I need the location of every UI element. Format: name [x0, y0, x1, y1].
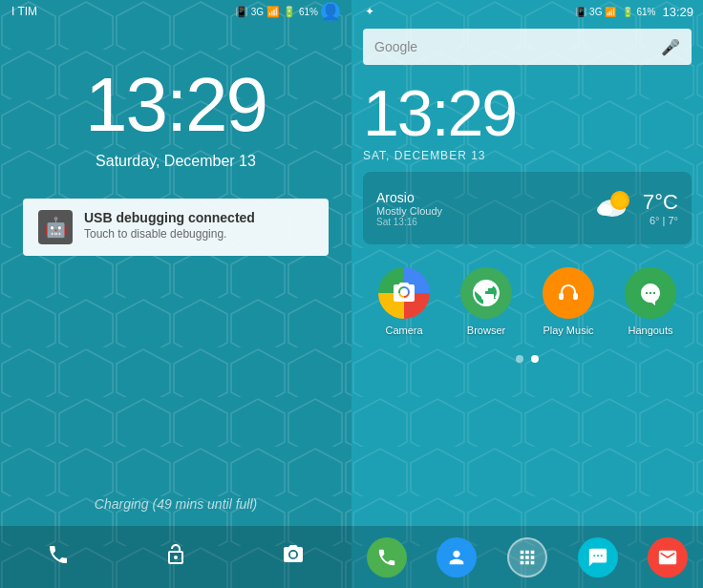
svg-point-1 — [597, 204, 612, 216]
app-item-browser[interactable]: Browser — [460, 267, 512, 336]
lock-unlock-icon[interactable] — [164, 543, 187, 572]
svg-point-5 — [555, 280, 582, 306]
notif-title: USB debugging connected — [84, 210, 313, 225]
search-bar[interactable]: Google 🎤 — [363, 29, 692, 65]
nav-phone[interactable] — [367, 537, 407, 578]
hangouts-label: Hangouts — [628, 325, 672, 336]
dot-2[interactable] — [531, 355, 539, 363]
lock-screen: I TIM 📳 3G 📶 🔋 61% 👤 13:29 Saturday, Dec… — [0, 0, 352, 588]
app-item-music[interactable]: Play Music — [543, 267, 594, 336]
app-item-camera[interactable]: Camera — [378, 267, 430, 336]
home-time-display: 13:29 — [662, 5, 693, 19]
phone-icon-circle — [367, 537, 407, 578]
page-dots — [363, 355, 692, 363]
nav-contacts[interactable] — [437, 537, 477, 578]
battery-icon: 🔋 — [283, 6, 296, 18]
app-item-hangouts[interactable]: Hangouts — [625, 267, 676, 336]
weather-icon — [587, 181, 633, 235]
browser-label: Browser — [467, 325, 505, 336]
home-status-bar: ✦ 📳 3G 📶 🔋 61% 13:29 — [352, 0, 703, 23]
mic-icon[interactable]: 🎤 — [661, 38, 680, 56]
nav-messages[interactable] — [578, 537, 618, 578]
weather-desc: Mostly Cloudy — [376, 205, 578, 217]
notif-icon: 🤖 — [38, 210, 73, 244]
weather-location: Arosio Mostly Cloudy Sat 13:16 — [376, 190, 578, 227]
apps-icon-circle — [507, 537, 547, 578]
home-battery-pct: 61% — [636, 7, 655, 17]
home-bottom-bar — [352, 526, 703, 588]
messages-icon-circle — [578, 537, 618, 578]
camera-icon — [378, 267, 430, 319]
music-label: Play Music — [543, 325, 593, 336]
notif-subtitle: Touch to disable debugging. — [84, 227, 313, 241]
weather-temp-range: 6° | 7° — [643, 215, 678, 226]
svg-rect-6 — [559, 293, 564, 300]
lock-status-bar: I TIM 📳 3G 📶 🔋 61% 👤 — [0, 0, 352, 23]
weather-temp: 7°C 6° | 7° — [643, 190, 678, 226]
lock-phone-icon[interactable] — [47, 543, 70, 572]
svg-point-3 — [613, 194, 627, 207]
gmail-icon-circle — [648, 537, 688, 578]
hangouts-icon — [625, 267, 676, 319]
home-network-label: 3G — [589, 7, 602, 17]
weather-city: Arosio — [376, 190, 578, 205]
network-icon: 3G — [251, 7, 264, 17]
home-signal-icon: 📶 — [605, 7, 616, 17]
home-date: SAT, DECEMBER 13 — [363, 149, 692, 162]
nav-gmail[interactable] — [648, 537, 688, 578]
home-content: 13:29 SAT, DECEMBER 13 Arosio Mostly Clo… — [352, 71, 703, 526]
vibrate-icon: 📳 — [235, 6, 248, 18]
app-grid: Camera Browser — [363, 267, 692, 336]
home-status-icons: 📳 3G 📶 🔋 61% 13:29 — [575, 5, 693, 19]
weather-widget[interactable]: Arosio Mostly Cloudy Sat 13:16 7°C 6° | … — [363, 172, 692, 244]
signal-icon: 📶 — [266, 6, 280, 18]
battery-pct: 61% — [299, 7, 318, 17]
search-placeholder: Google — [374, 39, 661, 54]
weather-time: Sat 13:16 — [376, 217, 578, 227]
home-screen: ✦ 📳 3G 📶 🔋 61% 13:29 Google 🎤 13:29 SAT,… — [352, 0, 703, 588]
lock-time: 13:29 — [85, 61, 266, 149]
lock-date: Saturday, December 13 — [96, 153, 256, 170]
lock-bottom-bar — [0, 526, 352, 588]
notification-card[interactable]: 🤖 USB debugging connected Touch to disab… — [23, 199, 329, 256]
camera-label: Camera — [385, 325, 422, 336]
cyanogen-logo: ✦ — [365, 5, 374, 18]
home-clock: 13:29 — [363, 80, 692, 145]
music-icon — [543, 267, 594, 319]
avatar-icon: 👤 — [321, 2, 340, 21]
charging-text: Charging (49 mins until full) — [95, 496, 257, 512]
notif-content: USB debugging connected Touch to disable… — [84, 210, 313, 241]
weather-temp-main: 7°C — [643, 190, 678, 215]
contacts-icon-circle — [437, 537, 477, 578]
nav-apps[interactable] — [507, 537, 547, 578]
home-vibrate-icon: 📳 — [575, 7, 586, 17]
carrier-text: I TIM — [11, 5, 37, 18]
svg-rect-7 — [573, 293, 578, 300]
lock-status-icons: 📳 3G 📶 🔋 61% 👤 — [235, 2, 340, 21]
browser-icon — [460, 267, 512, 319]
dot-1[interactable] — [516, 355, 523, 363]
home-battery-icon: 🔋 — [622, 7, 633, 17]
lock-camera-icon[interactable] — [282, 543, 305, 572]
